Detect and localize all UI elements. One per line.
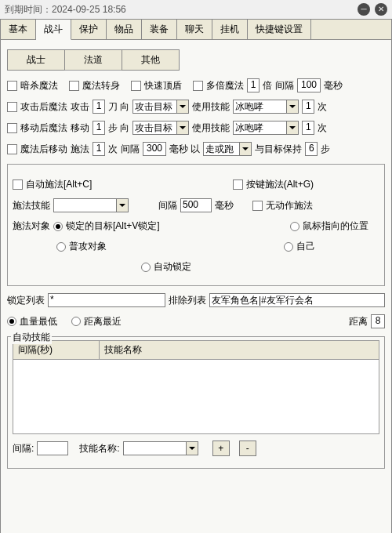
lbl-noaction: 无动作施法 (266, 199, 313, 212)
lbl-attack: 攻击 (71, 100, 89, 114)
inp-move-n[interactable]: 1 (93, 121, 105, 135)
r-basic[interactable] (56, 242, 66, 252)
cb-noaction[interactable] (252, 201, 263, 211)
cb-after-cast[interactable] (7, 144, 17, 154)
lbl-autolock: 自动锁定 (154, 260, 191, 274)
sel-move-skill[interactable]: 冰咆哮 (233, 121, 299, 135)
tab-afk[interactable]: 挂机 (212, 20, 248, 40)
minimize-button[interactable]: ─ (358, 3, 370, 16)
cb-assassinate[interactable] (7, 81, 17, 91)
tab-items[interactable]: 物品 (107, 20, 142, 40)
tab-equip[interactable]: 装备 (142, 20, 177, 40)
legend-autoskill: 自动技能 (11, 331, 52, 344)
lbl-distance: 距离 (349, 315, 368, 328)
tab-hotkey[interactable]: 快捷键设置 (248, 20, 311, 40)
fs-autoskill: 自动技能 间隔(秒) 技能名称 间隔: 技能名称: + - (7, 336, 385, 469)
cb-after-move[interactable] (7, 123, 17, 133)
inp-excludelist[interactable]: 友军角色名|#友军行会名 (209, 293, 385, 307)
inp-locklist[interactable]: * (48, 293, 165, 307)
lbl-interval3: 间隔 (158, 199, 177, 212)
lbl-after-move: 移动后魔法 (20, 121, 67, 135)
lbl-keycast: 按键施法(Alt+G) (246, 178, 314, 191)
lbl-use-skill: 使用技能 (192, 100, 230, 114)
lbl-interval: 间隔 (275, 79, 294, 92)
lbl-hp-low: 血量最低 (20, 315, 57, 328)
sel-walkrun[interactable]: 走或跑 (203, 142, 252, 156)
subtab-mage[interactable]: 法道 (64, 49, 122, 71)
lbl-basic: 普攻对象 (69, 240, 107, 253)
sel-attack-target[interactable]: 攻击目标 (132, 100, 189, 114)
lbl-dist-near: 距离最近 (84, 315, 122, 328)
tab-chat[interactable]: 聊天 (177, 20, 212, 40)
subtab-other[interactable]: 其他 (122, 49, 180, 71)
tab-basic[interactable]: 基本 (1, 20, 36, 40)
cb-magic-turn[interactable] (69, 81, 79, 91)
lbl-keep: 与目标保持 (255, 143, 302, 156)
lbl-ms2: 毫秒 (215, 199, 234, 212)
lbl-locked: 锁定的目标[Alt+V锁定] (66, 219, 160, 233)
sel-attack-skill[interactable]: 冰咆哮 (233, 100, 299, 114)
r-autolock[interactable] (141, 263, 151, 272)
lbl-msyi: 毫秒 以 (169, 143, 200, 156)
sel-move-target[interactable]: 攻击目标 (132, 121, 189, 135)
close-button[interactable]: ✕ (375, 3, 387, 16)
lbl-assassinate: 暗杀魔法 (20, 79, 58, 92)
inp-cast-interval[interactable]: 500 (180, 198, 212, 212)
lbl-cast-skill: 施法技能 (13, 199, 50, 212)
inp-add-interval[interactable] (37, 441, 68, 455)
fs-autocast: 自动施法[Alt+C] 按键施法(Alt+G) 施法技能 间隔 500 毫秒 无… (7, 164, 385, 286)
main-tabs: 基本 战斗 保护 物品 装备 聊天 挂机 快捷键设置 (0, 19, 392, 40)
inp-attack-times[interactable]: 1 (302, 100, 314, 114)
lbl-autocast: 自动施法[Alt+C] (26, 178, 92, 191)
lbl-multi-magic: 多倍魔法 (206, 79, 244, 92)
lbl-dao: 刀 向 (108, 100, 129, 114)
lbl-add-skill: 技能名称: (79, 442, 119, 455)
lbl-after-attack: 攻击后魔法 (20, 100, 67, 114)
lbl-cast: 施法 (71, 143, 89, 156)
sel-cast-skill[interactable] (53, 198, 129, 212)
lbl-bu: 步 向 (108, 121, 129, 135)
inp-attack-n[interactable]: 1 (93, 100, 105, 114)
tab-combat[interactable]: 战斗 (36, 20, 71, 40)
col-skill: 技能名称 (100, 341, 379, 359)
lbl-interval2: 间隔 (121, 143, 140, 156)
autoskill-table[interactable]: 间隔(秒) 技能名称 (13, 340, 379, 434)
lbl-ci2: 次 (318, 121, 327, 135)
r-dist-near[interactable] (71, 317, 81, 326)
inp-cast-intv[interactable]: 300 (143, 142, 166, 156)
inp-move-times[interactable]: 1 (302, 121, 314, 135)
sel-add-skill[interactable] (123, 441, 198, 455)
cb-fast-shield[interactable] (131, 81, 141, 91)
cb-after-attack[interactable] (7, 102, 17, 112)
lbl-locklist: 锁定列表 (7, 294, 45, 307)
r-hp-low[interactable] (7, 317, 16, 326)
inp-keep-step[interactable]: 6 (305, 142, 318, 156)
btn-add[interactable]: + (212, 441, 230, 456)
inp-distance[interactable]: 8 (371, 314, 385, 328)
inp-mult[interactable]: 1 (247, 78, 260, 92)
lbl-self: 自己 (296, 240, 315, 253)
lbl-excludelist: 排除列表 (169, 294, 206, 307)
lbl-bei: 倍 (263, 79, 272, 92)
inp-cast-n[interactable]: 1 (93, 142, 105, 156)
lbl-move: 移动 (71, 121, 89, 135)
r-locked[interactable] (53, 222, 63, 231)
lbl-ms: 毫秒 (324, 79, 343, 92)
cb-keycast[interactable] (233, 179, 243, 190)
tab-protect[interactable]: 保护 (71, 20, 107, 40)
cb-autocast[interactable] (13, 179, 23, 190)
lbl-add-interval: 间隔: (13, 442, 34, 455)
r-mouse[interactable] (290, 222, 299, 231)
lbl-ci1: 次 (318, 100, 327, 114)
subtab-warrior[interactable]: 战士 (7, 49, 65, 71)
lbl-ci3: 次 (108, 143, 118, 156)
inp-interval[interactable]: 100 (297, 78, 321, 92)
btn-remove[interactable]: - (239, 441, 256, 456)
lbl-mouse: 鼠标指向的位置 (303, 219, 368, 233)
lbl-magic-turn: 魔法转身 (82, 79, 120, 92)
cb-multi-magic[interactable] (193, 81, 203, 91)
r-self[interactable] (284, 242, 293, 252)
lbl-after-cast: 魔法后移动 (20, 143, 67, 156)
lbl-bu2: 步 (321, 143, 330, 156)
sub-tabs: 战士 法道 其他 (7, 49, 385, 71)
